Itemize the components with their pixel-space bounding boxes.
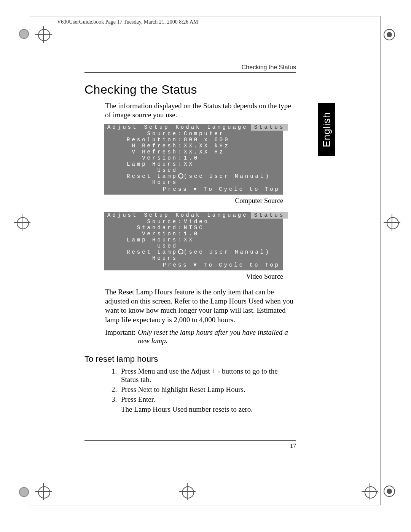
header-underline [84,72,296,73]
osd-row: Reset Lamp Hours(see User Manual) [104,173,283,185]
running-head: Checking the Status [84,64,296,71]
steps-list: Press Menu and use the Adjust + - button… [84,367,296,404]
osd-row: Source:Computer [104,131,283,137]
step-3: Press Enter. [119,395,296,404]
important-label: Important: [105,328,135,345]
osd-tab-status: Status [251,124,288,131]
subtitle-reset-lamp: To reset lamp hours [84,354,296,364]
osd-tab-language: Language [204,212,251,219]
osd-rows: Source:VideoStandard:NTSCVersion:1.0Lamp… [104,219,283,261]
osd-row: Version:1.0 [104,155,283,161]
osd-row: V Refresh:XX.XX Hz [104,149,283,155]
osd-row: Lamp Hours Used:XX [104,161,283,173]
important-note: Important: Only reset the lamp hours aft… [84,328,296,345]
osd-tab-status: Status [251,212,288,219]
crop-mark [19,487,29,497]
osd-tab-setup: Setup [141,124,172,131]
crop-mark [14,214,30,231]
osd-row: Standard:NTSC [104,225,283,231]
osd-tab-kodak: Kodak [172,212,204,219]
important-text: Only reset the lamp hours after you have… [138,328,296,345]
crop-mark [384,486,395,497]
osd-tab-adjust: Adjust [104,124,141,131]
intro-paragraph: The information displayed on the Status … [84,101,296,120]
osd-row: Resolution:800 x 600 [104,137,283,143]
header-stamp: V600UserGuide.book Page 17 Tuesday, Marc… [57,19,198,25]
crop-mark [384,214,400,231]
osd-screenshot-video: Adjust Setup Kodak Language Status Sourc… [104,212,283,270]
osd-footer: Press ▼ To Cycle to Top [104,185,283,193]
osd-tab-kodak: Kodak [172,124,204,131]
osd-row: Lamp Hours Used:XX [104,237,283,249]
osd-tab-setup: Setup [141,212,172,219]
osd-screenshot-computer: Adjust Setup Kodak Language Status Sourc… [104,124,283,195]
crop-mark [19,29,29,39]
osd-footer: Press ▼ To Cycle to Top [104,261,283,269]
footer-rule [84,440,296,441]
osd-row: Version:1.0 [104,231,283,237]
osd-tab-adjust: Adjust [104,212,141,219]
osd-row: H Refresh:XX.XX kHz [104,143,283,149]
step-result: The Lamp Hours Used number resets to zer… [84,405,296,414]
osd-tab-language: Language [204,124,251,131]
osd-rows: Source:ComputerResolution:800 x 600H Ref… [104,131,283,185]
step-1: Press Menu and use the Adjust + - button… [119,367,296,384]
crop-mark [384,29,395,40]
page-title: Checking the Status [84,83,296,97]
osd-row: Reset Lamp Hours(see User Manual) [104,249,283,261]
osd-row: Source:Video [104,219,283,225]
osd-caption-video: Video Source [84,273,283,281]
language-thumb-tab: English [318,103,335,156]
paragraph-reset-info: The Reset Lamp Hours feature is the only… [84,288,296,324]
language-tab-label: English [321,112,333,147]
osd-caption-computer: Computer Source [84,197,283,205]
step-2: Press Next to highlight Reset Lamp Hours… [119,385,296,394]
page-number: 17 [84,443,296,449]
